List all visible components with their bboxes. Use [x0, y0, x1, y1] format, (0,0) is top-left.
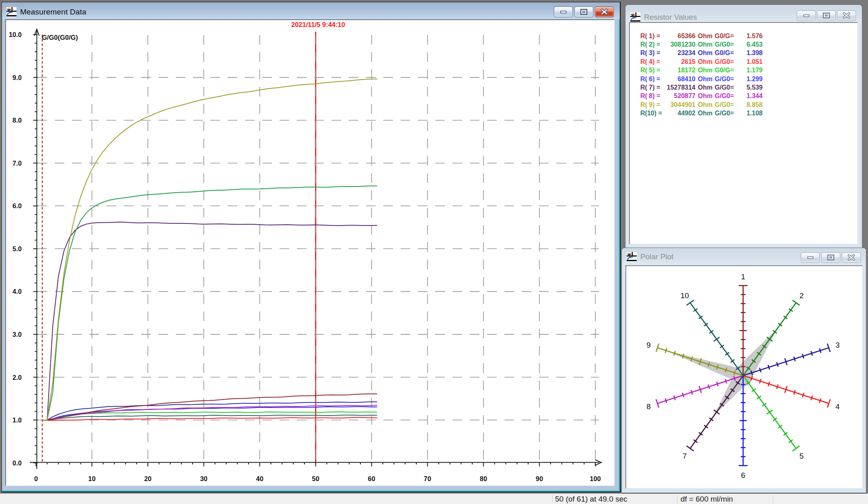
svg-text:30: 30 — [200, 475, 207, 482]
svg-text:60: 60 — [368, 475, 375, 482]
svg-text:80: 80 — [480, 475, 487, 482]
svg-text:0.0: 0.0 — [12, 459, 22, 467]
svg-text:8: 8 — [646, 402, 651, 411]
svg-text:1.0: 1.0 — [12, 416, 22, 424]
svg-text:3.0: 3.0 — [12, 331, 22, 338]
svg-text:5.0: 5.0 — [12, 245, 22, 252]
svg-text:10.0: 10.0 — [9, 31, 22, 38]
svg-text:4.0: 4.0 — [12, 288, 22, 295]
svg-text:90: 90 — [536, 475, 543, 482]
svg-text:3: 3 — [835, 341, 840, 349]
svg-text:10: 10 — [681, 291, 689, 300]
svg-text:9.0: 9.0 — [12, 74, 22, 81]
svg-text:100: 100 — [590, 475, 601, 482]
svg-text:2.0: 2.0 — [12, 374, 22, 381]
svg-text:2: 2 — [799, 291, 804, 300]
svg-text:6.0: 6.0 — [12, 202, 22, 209]
svg-text:8.0: 8.0 — [12, 117, 22, 124]
svg-text:5: 5 — [799, 452, 804, 460]
svg-text:2021/11/5 9:44:10: 2021/11/5 9:44:10 — [291, 21, 345, 28]
svg-text:50: 50 — [312, 475, 319, 482]
svg-text:70: 70 — [424, 475, 431, 482]
svg-text:G/G0(G0/G): G/G0(G0/G) — [42, 34, 78, 41]
svg-text:40: 40 — [256, 475, 263, 482]
svg-text:7: 7 — [683, 452, 687, 460]
svg-text:0: 0 — [34, 475, 38, 482]
svg-text:9: 9 — [646, 341, 651, 349]
svg-text:4: 4 — [835, 402, 840, 411]
svg-text:20: 20 — [144, 475, 151, 482]
svg-text:1: 1 — [741, 272, 745, 281]
svg-text:10: 10 — [88, 475, 95, 482]
svg-text:6: 6 — [741, 471, 745, 479]
svg-text:7.0: 7.0 — [12, 160, 22, 167]
